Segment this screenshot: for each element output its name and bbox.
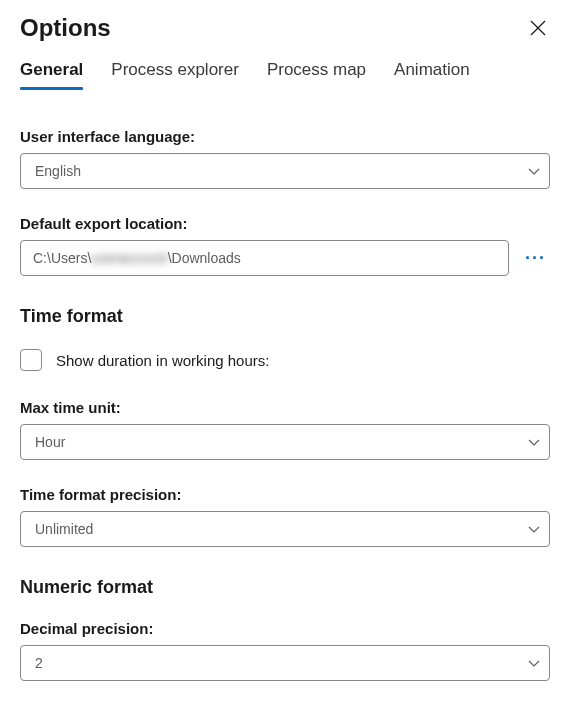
max-time-unit-select[interactable]: Hour <box>20 424 550 460</box>
ui-language-value: English <box>35 163 81 179</box>
max-time-unit-label: Max time unit: <box>20 399 550 416</box>
tab-general[interactable]: General <box>20 60 83 88</box>
tab-animation[interactable]: Animation <box>394 60 470 88</box>
decimal-precision-label: Decimal precision: <box>20 620 550 637</box>
export-location-input[interactable]: C:\Users\ useraccount \Downloads <box>20 240 509 276</box>
chevron-down-icon <box>527 435 541 449</box>
time-precision-value: Unlimited <box>35 521 93 537</box>
ui-language-label: User interface language: <box>20 128 550 145</box>
browse-more-button[interactable]: ··· <box>521 249 550 267</box>
more-icon: ··· <box>525 248 546 268</box>
tabs-bar: General Process explorer Process map Ani… <box>20 60 550 88</box>
show-duration-label: Show duration in working hours: <box>56 352 269 369</box>
time-precision-select[interactable]: Unlimited <box>20 511 550 547</box>
export-path-suffix: \Downloads <box>168 250 241 266</box>
max-time-unit-value: Hour <box>35 434 65 450</box>
chevron-down-icon <box>527 656 541 670</box>
close-button[interactable] <box>526 16 550 40</box>
chevron-down-icon <box>527 522 541 536</box>
tab-process-explorer[interactable]: Process explorer <box>111 60 239 88</box>
time-precision-label: Time format precision: <box>20 486 550 503</box>
show-duration-checkbox[interactable] <box>20 349 42 371</box>
export-path-prefix: C:\Users\ <box>33 250 91 266</box>
decimal-precision-select[interactable]: 2 <box>20 645 550 681</box>
ui-language-select[interactable]: English <box>20 153 550 189</box>
numeric-format-heading: Numeric format <box>20 577 550 598</box>
decimal-precision-value: 2 <box>35 655 43 671</box>
tab-process-map[interactable]: Process map <box>267 60 366 88</box>
chevron-down-icon <box>527 164 541 178</box>
page-title: Options <box>20 14 111 42</box>
export-path-redacted: useraccount <box>91 250 167 266</box>
time-format-heading: Time format <box>20 306 550 327</box>
close-icon <box>530 20 546 36</box>
export-location-label: Default export location: <box>20 215 550 232</box>
